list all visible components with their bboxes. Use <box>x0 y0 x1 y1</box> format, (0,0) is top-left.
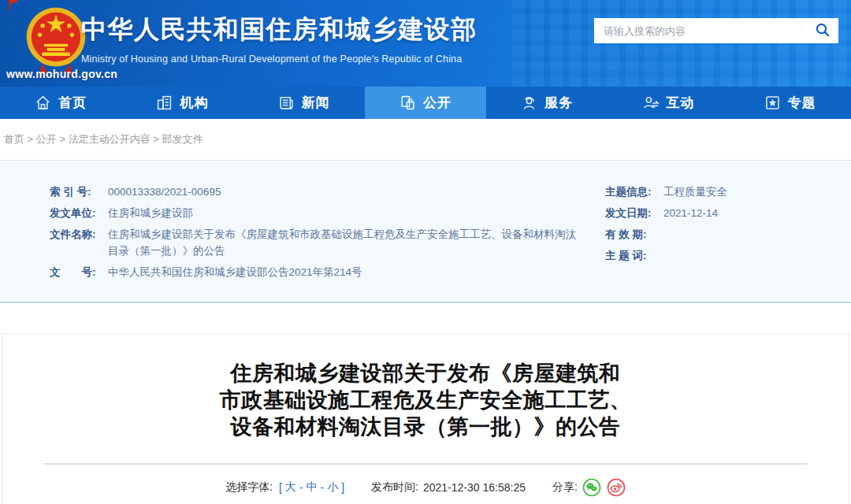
font-size-selector: 选择字体: [ 大 - 中 - 小 ] <box>225 480 344 495</box>
info-label: 有 效 期: <box>605 226 663 243</box>
red-flag-icon <box>7 0 21 13</box>
topics-icon <box>764 94 781 111</box>
info-row-topic-info: 主题信息: 工程质量安全 <box>605 183 842 200</box>
doc-info-left-column: 索 引 号: 000013338/2021-00695 发文单位: 住房和城乡建… <box>50 183 582 285</box>
info-label: 文 号: <box>50 264 108 280</box>
nav-item-news[interactable]: 新闻 <box>243 87 365 119</box>
font-size-separator: - <box>299 481 303 494</box>
weibo-share-icon <box>607 487 626 499</box>
publish-time-group: 发布时间: 2021-12-30 16:58:25 <box>371 480 526 495</box>
nav-item-service[interactable]: 服务 <box>486 87 608 119</box>
share-icons <box>582 478 626 497</box>
site-titles: 中华人民共和国住房和城乡建设部 Ministry of Housing and … <box>81 13 478 65</box>
article-title-line: 住房和城乡建设部关于发布《房屋建筑和 <box>2 360 849 387</box>
font-size-separator: - <box>321 481 325 494</box>
title-divider <box>44 463 807 465</box>
nav-label: 首页 <box>58 94 87 112</box>
info-row-issue-date: 发文日期: 2021-12-14 <box>605 205 842 221</box>
info-value: 住房和城乡建设部 <box>108 205 582 221</box>
main-nav: 首页 机构 新闻 <box>0 87 851 119</box>
info-value <box>663 247 842 264</box>
info-row-subject-words: 主 题 词: <box>605 247 842 264</box>
site-header: www.mohurd.gov.cn 中华人民共和国住房和城乡建设部 Minist… <box>0 0 851 87</box>
wechat-share-button[interactable] <box>582 478 601 497</box>
nav-item-organization[interactable]: 机构 <box>121 87 243 119</box>
search-icon <box>815 22 831 40</box>
search-box <box>594 18 838 43</box>
news-icon <box>278 94 295 111</box>
font-select-label: 选择字体: <box>225 480 273 495</box>
article-title-line: 设备和材料淘汰目录（第一批）》的公告 <box>2 413 849 440</box>
publish-time-label: 发布时间: <box>371 480 418 495</box>
article-meta-row: 选择字体: [ 大 - 中 - 小 ] 发布时间: 2021-12-30 16:… <box>2 478 849 497</box>
article-title-line: 市政基础设施工程危及生产安全施工工艺、 <box>2 387 849 413</box>
site-title-cn: 中华人民共和国住房和城乡建设部 <box>81 13 478 47</box>
share-label: 分享: <box>552 480 578 495</box>
nav-label: 机构 <box>180 94 208 112</box>
font-size-small-button[interactable]: 小 <box>325 480 340 495</box>
info-row-index-number: 索 引 号: 000013338/2021-00695 <box>50 183 582 200</box>
info-label: 文件名称: <box>50 226 108 259</box>
search-input[interactable] <box>604 25 813 37</box>
bracket-close: ] <box>341 481 344 494</box>
info-value: 2021-12-14 <box>663 205 842 221</box>
share-group: 分享: <box>552 478 626 497</box>
article-title: 住房和城乡建设部关于发布《房屋建筑和 市政基础设施工程危及生产安全施工工艺、 设… <box>2 360 849 440</box>
info-value: 中华人民共和国住房和城乡建设部公告2021年第214号 <box>108 264 582 280</box>
organization-icon <box>156 94 173 111</box>
info-row-document-number: 文 号: 中华人民共和国住房和城乡建设部公告2021年第214号 <box>50 264 582 280</box>
doc-info-panel: 索 引 号: 000013338/2021-00695 发文单位: 住房和城乡建… <box>0 160 851 303</box>
nav-label: 公开 <box>423 94 452 112</box>
nav-item-interaction[interactable]: 互动 <box>608 87 729 119</box>
mohurd-page: www.mohurd.gov.cn 中华人民共和国住房和城乡建设部 Minist… <box>0 0 851 504</box>
wechat-share-icon <box>582 487 601 499</box>
breadcrumb[interactable]: 首页 > 公开 > 法定主动公开内容 > 部发文件 <box>0 119 851 160</box>
search-button[interactable] <box>813 21 832 40</box>
publish-time-value: 2021-12-30 16:58:25 <box>423 481 526 494</box>
nav-label: 专题 <box>788 94 816 112</box>
nav-label: 互动 <box>667 94 695 112</box>
site-url: www.mohurd.gov.cn <box>6 68 117 80</box>
info-value: 工程质量安全 <box>663 183 842 200</box>
info-value: 000013338/2021-00695 <box>108 183 582 200</box>
nav-label: 服务 <box>544 94 573 112</box>
doc-info-right-column: 主题信息: 工程质量安全 发文日期: 2021-12-14 有 效 期: 主 题… <box>605 183 842 269</box>
font-size-large-button[interactable]: 大 <box>284 480 298 495</box>
info-value <box>663 226 842 243</box>
info-label: 发文单位: <box>50 205 108 221</box>
home-icon <box>35 94 51 111</box>
info-value: 住房和城乡建设部关于发布《房屋建筑和市政基础设施工程危及生产安全施工工艺、设备和… <box>108 226 582 259</box>
nav-item-disclosure[interactable]: 公开 <box>365 87 486 119</box>
nav-label: 新闻 <box>302 94 330 112</box>
weibo-share-button[interactable] <box>607 478 626 497</box>
info-label: 索 引 号: <box>50 183 108 200</box>
info-label: 主题信息: <box>605 183 663 200</box>
info-row-validity-period: 有 效 期: <box>605 226 842 243</box>
service-icon <box>521 94 537 111</box>
article-panel: 住房和城乡建设部关于发布《房屋建筑和 市政基础设施工程危及生产安全施工工艺、 设… <box>2 333 849 504</box>
info-label: 发文日期: <box>605 205 663 221</box>
interaction-icon <box>643 94 660 111</box>
info-row-document-name: 文件名称: 住房和城乡建设部关于发布《房屋建筑和市政基础设施工程危及生产安全施工… <box>50 226 582 259</box>
bracket-open: [ <box>279 481 282 494</box>
info-row-issuing-unit: 发文单位: 住房和城乡建设部 <box>50 205 582 221</box>
header-building-image <box>512 0 851 87</box>
nav-item-home[interactable]: 首页 <box>0 87 121 119</box>
breadcrumb-text: 首页 > 公开 > 法定主动公开内容 > 部发文件 <box>4 132 203 146</box>
disclosure-icon <box>399 94 416 111</box>
info-label: 主 题 词: <box>605 247 663 264</box>
font-size-medium-button[interactable]: 中 <box>305 480 319 495</box>
site-title-en: Ministry of Housing and Urban-Rural Deve… <box>81 54 478 65</box>
nav-item-topics[interactable]: 专题 <box>730 87 851 119</box>
